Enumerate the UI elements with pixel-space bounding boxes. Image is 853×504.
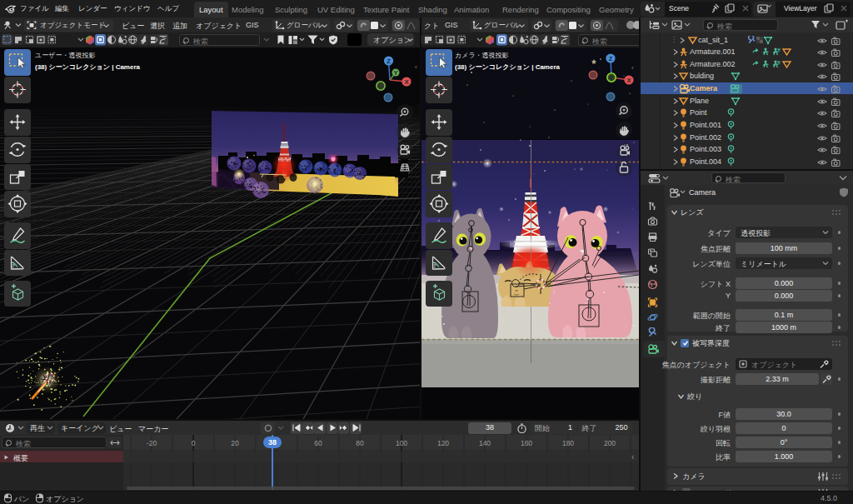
svg-text:Z: Z xyxy=(609,55,613,62)
svg-text:Z: Z xyxy=(387,57,391,65)
svg-text:(38) シーンコレクション | Camera: (38) シーンコレクション | Camera xyxy=(35,63,141,71)
svg-text:X: X xyxy=(404,78,408,86)
svg-text:‹: ‹ xyxy=(415,63,417,71)
svg-text:‹: ‹ xyxy=(631,64,634,72)
svg-text:Y: Y xyxy=(393,69,397,77)
svg-text:カメラ・透視投影: カメラ・透視投影 xyxy=(455,52,509,59)
svg-text:Y: Y xyxy=(609,74,613,82)
svg-text:(38) シーンコレクション | Camera: (38) シーンコレクション | Camera xyxy=(455,63,561,71)
svg-text:X: X xyxy=(626,77,631,84)
svg-text:ユーザー・透視投影: ユーザー・透視投影 xyxy=(35,52,95,59)
